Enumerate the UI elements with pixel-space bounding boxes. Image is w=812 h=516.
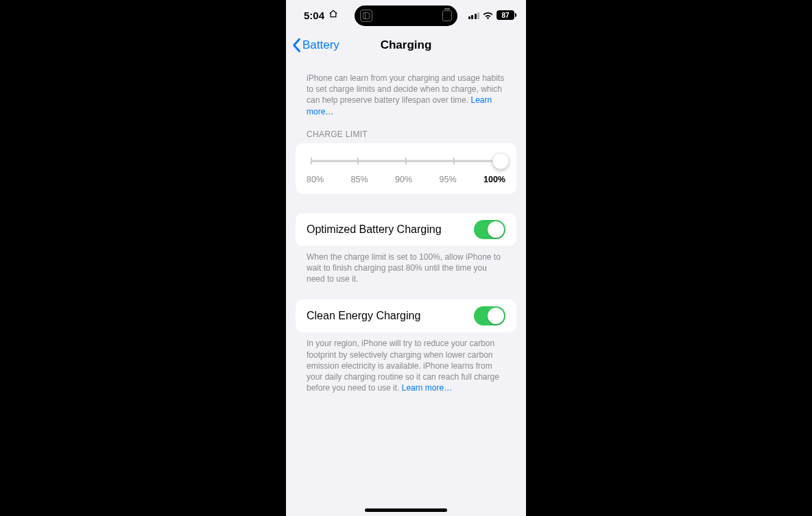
cellular-signal-icon <box>468 11 480 19</box>
clean-energy-footer: In your region, iPhone will try to reduc… <box>286 332 526 393</box>
slider-tick <box>311 158 312 164</box>
nav-header: Battery Charging <box>286 30 526 60</box>
slider-label: 80% <box>307 175 324 184</box>
back-button[interactable]: Battery <box>291 38 339 53</box>
slider-label: 95% <box>440 175 457 184</box>
island-app-icon <box>360 10 372 22</box>
home-indicator-icon <box>329 9 338 21</box>
slider-labels: 80% 85% 90% 95% 100% <box>307 175 505 184</box>
status-bar: 5:04 <box>286 0 526 30</box>
slider-tick <box>357 158 359 164</box>
slider-tick <box>453 158 455 164</box>
clean-energy-row: Clean Energy Charging <box>296 299 516 332</box>
dynamic-island <box>355 5 457 26</box>
slider-label-active: 100% <box>483 175 505 184</box>
slider-label: 85% <box>351 175 368 184</box>
battery-percent: 87 <box>501 12 509 19</box>
optimized-charging-title: Optimized Battery Charging <box>307 223 442 236</box>
status-bar-right: 87 <box>468 10 517 20</box>
charge-limit-header: CHARGE LIMIT <box>286 117 526 143</box>
charge-limit-slider[interactable]: 80% 85% 90% 95% 100% <box>296 143 516 194</box>
slider-label: 90% <box>395 175 412 184</box>
content-area: iPhone can learn from your charging and … <box>286 60 526 516</box>
chevron-left-icon <box>291 38 301 53</box>
clean-energy-toggle[interactable] <box>474 306 505 325</box>
battery-icon: 87 <box>497 10 516 20</box>
optimized-charging-row: Optimized Battery Charging <box>296 213 516 246</box>
clean-energy-learn-more-link[interactable]: Learn more… <box>402 383 452 393</box>
island-battery-icon <box>442 10 452 21</box>
optimized-charging-card: Optimized Battery Charging <box>296 213 516 246</box>
status-time: 5:04 <box>304 10 324 21</box>
optimized-charging-toggle[interactable] <box>474 220 505 239</box>
slider-tick <box>405 158 407 164</box>
clean-energy-card: Clean Energy Charging <box>296 299 516 332</box>
optimized-charging-footer: When the charge limit is set to 100%, al… <box>286 246 526 285</box>
back-label: Battery <box>302 38 339 52</box>
charge-limit-card: 80% 85% 90% 95% 100% <box>296 143 516 194</box>
intro-description: iPhone can learn from your charging and … <box>286 60 526 117</box>
wifi-icon <box>482 11 494 20</box>
home-indicator-bar[interactable] <box>365 508 447 512</box>
phone-frame: 5:04 <box>286 0 526 516</box>
slider-thumb[interactable] <box>492 153 509 169</box>
svg-rect-0 <box>363 13 370 19</box>
status-bar-left: 5:04 <box>304 10 338 21</box>
clean-energy-title: Clean Energy Charging <box>307 310 420 322</box>
